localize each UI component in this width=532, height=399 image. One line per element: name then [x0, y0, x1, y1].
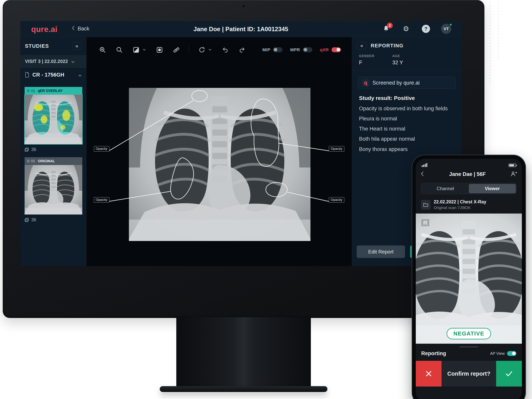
settings-button[interactable]: ⚙: [401, 24, 411, 33]
qxr-control: qXR: [320, 47, 341, 52]
confirm-report-button[interactable]: [496, 361, 522, 387]
folder-icon: [421, 200, 431, 210]
person-add-icon: [511, 171, 517, 177]
mip-toggle[interactable]: [273, 47, 282, 52]
thumbnail-original[interactable]: S: 01 ORIGINAL 36: [25, 157, 82, 222]
invert-icon[interactable]: [155, 46, 164, 54]
phone-frame: Jane Dae | 56F Channel Viewer 22.02.2022…: [412, 155, 525, 399]
finding-item: Both hila appear normal: [359, 135, 453, 143]
drag-handle[interactable]: [459, 346, 478, 347]
notifications-button[interactable]: 2: [381, 24, 391, 33]
phone-patient-title: Jane Dae | 56F: [424, 171, 511, 177]
finding-label-opacity: Opacity: [329, 146, 344, 152]
collapse-sidebar-button[interactable]: «: [72, 42, 82, 50]
chevron-down-icon: [71, 59, 75, 64]
redo-icon[interactable]: [238, 46, 246, 54]
sidebar-title: STUDIES: [25, 43, 49, 49]
chevron-up-icon: [78, 72, 82, 78]
phone-screen: Jane Dae | 56F Channel Viewer 22.02.2022…: [416, 159, 522, 399]
gender-label: GENDER: [359, 54, 374, 58]
visit-row[interactable]: VISIT 3 | 22.02.2022: [20, 55, 86, 68]
qxr-toggle[interactable]: [331, 47, 341, 52]
search-icon[interactable]: [115, 46, 123, 54]
phone-xray-image[interactable]: R NEGATIVE: [416, 214, 522, 344]
ruler-icon[interactable]: [172, 46, 180, 54]
dot-pattern: [498, 2, 499, 60]
mpr-toggle[interactable]: [303, 47, 312, 52]
monitor-stand: [176, 317, 311, 387]
toolbar-divider: [189, 46, 189, 54]
findings-list: Opacity is observed in both lung fields …: [359, 105, 453, 153]
series-label: CR - 1756GH: [32, 72, 64, 78]
series-row[interactable]: CR - 1756GH: [20, 68, 86, 82]
study-result: Study result: Positive: [359, 95, 454, 101]
phone-back-button[interactable]: [420, 171, 424, 178]
finding-label-opacity: Opacity: [329, 197, 344, 203]
ap-view-toggle[interactable]: [507, 351, 516, 356]
chevron-down-icon[interactable]: [143, 49, 147, 51]
header-actions: 2 ⚙ ? VT: [381, 24, 451, 34]
viewer-toolbar: MIP MPR qXR: [86, 41, 352, 59]
stage: qure.ai Back Jane Doe | Patient ID: 1A00…: [0, 0, 532, 399]
mpr-control: MPR: [290, 47, 312, 52]
gender-value: F: [359, 60, 374, 66]
finding-item: Opacity is observed in both lung fields: [359, 105, 453, 112]
confirm-bar: Confirm report?: [416, 361, 522, 387]
help-button[interactable]: ?: [421, 24, 431, 33]
presence-dot: [450, 23, 452, 26]
series-kind: ORIGINAL: [38, 159, 55, 163]
phone-tabs: Channel Viewer: [421, 183, 517, 194]
screened-by-text: Screened by qure.ai: [373, 80, 420, 86]
studies-sidebar: STUDIES « VISIT 3 | 22.02.2022 CR - 1756…: [20, 37, 86, 266]
tab-channel[interactable]: Channel: [422, 184, 469, 193]
patient-demographics: GENDER F AGE 32 Y: [352, 53, 461, 71]
avatar[interactable]: VT: [441, 24, 451, 34]
copies-icon: [25, 218, 29, 222]
webcam-icon: [243, 5, 245, 7]
edit-report-button[interactable]: Edit Report: [357, 246, 405, 258]
chest-xray-image[interactable]: [129, 88, 310, 241]
collapse-panel-button[interactable]: «: [357, 42, 367, 49]
undo-icon[interactable]: [221, 46, 229, 54]
phone-status-bar: [416, 159, 522, 168]
zoom-in-icon[interactable]: [98, 46, 107, 54]
app-header: qure.ai Back Jane Doe | Patient ID: 1A00…: [20, 21, 461, 37]
slice-count-value: 36: [31, 147, 36, 152]
confirm-question: Confirm report?: [442, 361, 496, 387]
phone-reporting-row: Reporting AP View: [421, 350, 516, 356]
scan-title: 22.02.2022 | Chest X-Ray: [434, 199, 486, 205]
slice-count-value: 36: [31, 217, 36, 222]
thumbnail-label: S: 01 ORIGINAL: [25, 157, 82, 165]
series-kind: qER OVERLAY: [38, 89, 62, 93]
mip-control: MIP: [262, 47, 282, 52]
ap-view-label: AP View: [490, 351, 505, 356]
contrast-icon[interactable]: [132, 46, 140, 54]
reporting-label: Reporting: [421, 350, 446, 356]
finding-label-opacity: Opacity: [94, 146, 109, 152]
thumbnail-label: S: 01 qER OVERLAY: [25, 87, 82, 95]
scan-file-row[interactable]: 22.02.2022 | Chest X-Ray Original scan 7…: [421, 199, 517, 210]
tab-viewer[interactable]: Viewer: [469, 184, 516, 193]
check-icon: [505, 370, 513, 377]
image-viewer[interactable]: MIP MPR qXR: [86, 37, 352, 266]
finding-item: Pleura is normal: [359, 115, 453, 123]
scan-subtitle: Original scan 7JI9OK: [434, 206, 486, 210]
thumbnail-qer-overlay[interactable]: S: 01 qER OVERLAY 36: [25, 87, 82, 152]
finding-item: The Heart is normal: [359, 125, 453, 133]
mip-label: MIP: [262, 47, 270, 52]
help-icon: ?: [422, 25, 430, 33]
chevron-down-icon[interactable]: [209, 49, 213, 51]
add-person-button[interactable]: [511, 171, 517, 177]
reject-report-button[interactable]: [416, 361, 442, 387]
app-window: qure.ai Back Jane Doe | Patient ID: 1A00…: [20, 21, 461, 266]
signal-icon: [422, 163, 427, 167]
thumbnail-image: [25, 165, 82, 215]
finding-item: Bony thorax appears: [359, 146, 453, 153]
finding-label-opacity: Opacity: [94, 197, 109, 203]
rotate-icon[interactable]: [198, 46, 206, 54]
panel-title: REPORTING: [371, 43, 404, 49]
document-icon: [25, 72, 29, 78]
screened-by-badge: q Screened by qure.ai: [358, 77, 456, 89]
visit-label: VISIT 3 | 22.02.2022: [25, 59, 68, 64]
monitor-base: [160, 386, 327, 392]
